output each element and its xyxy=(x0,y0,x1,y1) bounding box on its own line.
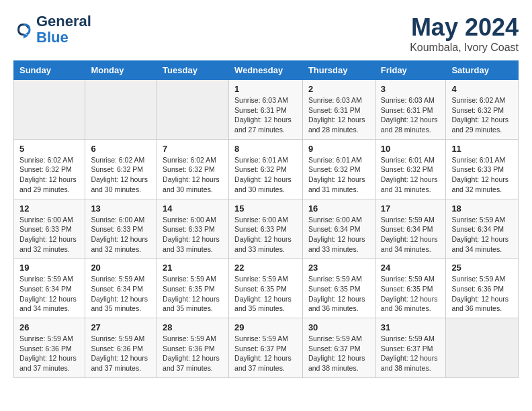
day-number: 25 xyxy=(451,263,513,273)
daylight-text: Daylight: 12 hours and 32 minutes. xyxy=(91,234,151,254)
calendar-cell: 4Sunrise: 6:02 AMSunset: 6:32 PMDaylight… xyxy=(446,80,519,140)
sunrise-text: Sunrise: 6:02 AM xyxy=(163,155,223,165)
calendar-week: 5Sunrise: 6:02 AMSunset: 6:32 PMDaylight… xyxy=(14,139,519,199)
calendar-cell: 27Sunrise: 5:59 AMSunset: 6:36 PMDayligh… xyxy=(85,318,157,378)
calendar-cell: 13Sunrise: 6:00 AMSunset: 6:33 PMDayligh… xyxy=(85,199,157,259)
day-number: 4 xyxy=(451,84,513,94)
day-number: 10 xyxy=(381,144,441,154)
calendar-cell: 25Sunrise: 5:59 AMSunset: 6:36 PMDayligh… xyxy=(446,259,519,318)
header-day: Tuesday xyxy=(157,61,229,80)
day-detail: Sunrise: 5:59 AMSunset: 6:36 PMDaylight:… xyxy=(19,334,79,373)
sunrise-text: Sunrise: 5:59 AM xyxy=(308,274,369,284)
sunset-text: Sunset: 6:37 PM xyxy=(234,344,297,354)
sunset-text: Sunset: 6:37 PM xyxy=(381,344,441,354)
calendar-cell: 10Sunrise: 6:01 AMSunset: 6:32 PMDayligh… xyxy=(375,139,446,199)
calendar-cell xyxy=(157,80,229,140)
daylight-text: Daylight: 12 hours and 27 minutes. xyxy=(234,115,297,134)
logo-text: General Blue xyxy=(36,13,91,46)
sunrise-text: Sunrise: 5:59 AM xyxy=(451,215,513,225)
daylight-text: Daylight: 12 hours and 31 minutes. xyxy=(308,175,369,194)
daylight-text: Daylight: 12 hours and 34 minutes. xyxy=(451,234,513,254)
calendar-cell: 26Sunrise: 5:59 AMSunset: 6:36 PMDayligh… xyxy=(14,318,85,378)
day-detail: Sunrise: 6:00 AMSunset: 6:33 PMDaylight:… xyxy=(91,215,151,255)
day-detail: Sunrise: 6:01 AMSunset: 6:32 PMDaylight:… xyxy=(381,155,441,195)
day-number: 21 xyxy=(163,263,223,273)
day-detail: Sunrise: 5:59 AMSunset: 6:35 PMDaylight:… xyxy=(163,274,223,314)
calendar-cell: 24Sunrise: 5:59 AMSunset: 6:35 PMDayligh… xyxy=(375,259,446,318)
sunrise-text: Sunrise: 5:59 AM xyxy=(381,334,441,344)
daylight-text: Daylight: 12 hours and 28 minutes. xyxy=(381,115,441,134)
day-number: 12 xyxy=(19,203,79,214)
day-number: 24 xyxy=(381,263,441,273)
sunset-text: Sunset: 6:35 PM xyxy=(381,284,441,294)
daylight-text: Daylight: 12 hours and 35 minutes. xyxy=(234,294,297,314)
sunrise-text: Sunrise: 6:01 AM xyxy=(451,155,513,165)
day-detail: Sunrise: 5:59 AMSunset: 6:34 PMDaylight:… xyxy=(19,274,79,314)
sunrise-text: Sunrise: 5:59 AM xyxy=(381,274,441,284)
sunset-text: Sunset: 6:34 PM xyxy=(308,224,369,234)
sunset-text: Sunset: 6:36 PM xyxy=(91,344,151,354)
sunset-text: Sunset: 6:35 PM xyxy=(163,284,223,294)
sunset-text: Sunset: 6:31 PM xyxy=(308,105,369,116)
day-number: 14 xyxy=(163,203,223,214)
daylight-text: Daylight: 12 hours and 37 minutes. xyxy=(19,353,79,373)
logo-icon xyxy=(13,19,34,40)
sunrise-text: Sunrise: 6:01 AM xyxy=(234,155,297,165)
day-number: 5 xyxy=(19,144,79,154)
daylight-text: Daylight: 12 hours and 31 minutes. xyxy=(381,175,441,194)
sunrise-text: Sunrise: 5:59 AM xyxy=(234,334,297,344)
day-detail: Sunrise: 5:59 AMSunset: 6:36 PMDaylight:… xyxy=(163,334,223,373)
day-detail: Sunrise: 5:59 AMSunset: 6:37 PMDaylight:… xyxy=(308,334,369,373)
sunrise-text: Sunrise: 6:03 AM xyxy=(308,95,369,105)
calendar-cell: 14Sunrise: 6:00 AMSunset: 6:33 PMDayligh… xyxy=(157,199,229,259)
sunrise-text: Sunrise: 6:02 AM xyxy=(19,155,79,165)
sunrise-text: Sunrise: 6:01 AM xyxy=(308,155,369,165)
sunset-text: Sunset: 6:34 PM xyxy=(19,284,79,294)
day-detail: Sunrise: 6:03 AMSunset: 6:31 PMDaylight:… xyxy=(308,95,369,135)
day-detail: Sunrise: 6:01 AMSunset: 6:32 PMDaylight:… xyxy=(234,155,297,195)
sunrise-text: Sunrise: 6:03 AM xyxy=(234,95,297,105)
header-day: Saturday xyxy=(446,61,519,80)
sunset-text: Sunset: 6:35 PM xyxy=(308,284,369,294)
day-detail: Sunrise: 6:01 AMSunset: 6:33 PMDaylight:… xyxy=(451,155,513,195)
day-detail: Sunrise: 5:59 AMSunset: 6:37 PMDaylight:… xyxy=(234,334,297,373)
calendar-cell: 22Sunrise: 5:59 AMSunset: 6:35 PMDayligh… xyxy=(229,259,303,318)
calendar-cell: 29Sunrise: 5:59 AMSunset: 6:37 PMDayligh… xyxy=(229,318,303,378)
day-detail: Sunrise: 5:59 AMSunset: 6:35 PMDaylight:… xyxy=(308,274,369,314)
calendar-cell: 8Sunrise: 6:01 AMSunset: 6:32 PMDaylight… xyxy=(229,139,303,199)
sunset-text: Sunset: 6:33 PM xyxy=(91,224,151,234)
daylight-text: Daylight: 12 hours and 35 minutes. xyxy=(163,294,223,314)
day-number: 17 xyxy=(381,203,441,214)
day-number: 1 xyxy=(234,84,297,94)
day-number: 22 xyxy=(234,263,297,273)
header-day: Thursday xyxy=(302,61,375,80)
sunrise-text: Sunrise: 6:00 AM xyxy=(91,215,151,225)
day-detail: Sunrise: 6:02 AMSunset: 6:32 PMDaylight:… xyxy=(451,95,513,135)
daylight-text: Daylight: 12 hours and 37 minutes. xyxy=(163,353,223,373)
day-detail: Sunrise: 5:59 AMSunset: 6:37 PMDaylight:… xyxy=(381,334,441,373)
daylight-text: Daylight: 12 hours and 37 minutes. xyxy=(234,353,297,373)
day-number: 7 xyxy=(163,144,223,154)
header-day: Friday xyxy=(375,61,446,80)
calendar-cell: 30Sunrise: 5:59 AMSunset: 6:37 PMDayligh… xyxy=(302,318,375,378)
daylight-text: Daylight: 12 hours and 33 minutes. xyxy=(308,234,369,254)
calendar-table: SundayMondayTuesdayWednesdayThursdayFrid… xyxy=(13,60,519,378)
day-detail: Sunrise: 5:59 AMSunset: 6:35 PMDaylight:… xyxy=(381,274,441,314)
day-number: 20 xyxy=(91,263,151,273)
sunset-text: Sunset: 6:32 PM xyxy=(91,165,151,175)
daylight-text: Daylight: 12 hours and 29 minutes. xyxy=(19,175,79,194)
day-detail: Sunrise: 6:00 AMSunset: 6:33 PMDaylight:… xyxy=(19,215,79,255)
calendar-cell: 12Sunrise: 6:00 AMSunset: 6:33 PMDayligh… xyxy=(14,199,85,259)
day-number: 28 xyxy=(163,322,223,332)
daylight-text: Daylight: 12 hours and 37 minutes. xyxy=(91,353,151,373)
sunset-text: Sunset: 6:34 PM xyxy=(451,224,513,234)
sunset-text: Sunset: 6:32 PM xyxy=(381,165,441,175)
sunrise-text: Sunrise: 5:59 AM xyxy=(163,334,223,344)
day-detail: Sunrise: 5:59 AMSunset: 6:34 PMDaylight:… xyxy=(451,215,513,255)
sunset-text: Sunset: 6:32 PM xyxy=(19,165,79,175)
day-number: 8 xyxy=(234,144,297,154)
sunrise-text: Sunrise: 5:59 AM xyxy=(234,274,297,284)
day-number: 23 xyxy=(308,263,369,273)
calendar-cell: 1Sunrise: 6:03 AMSunset: 6:31 PMDaylight… xyxy=(229,80,303,140)
sunrise-text: Sunrise: 5:59 AM xyxy=(381,215,441,225)
